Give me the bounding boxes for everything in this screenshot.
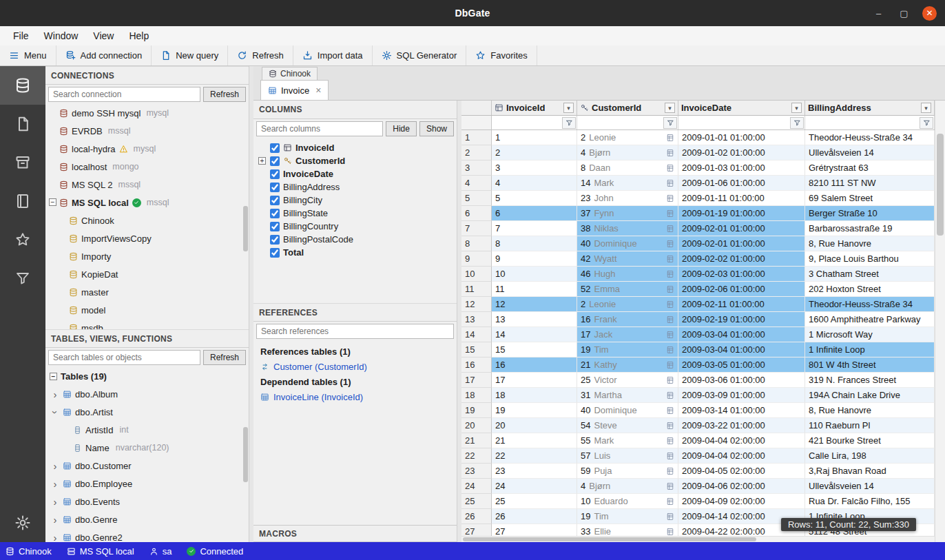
open-reference-icon[interactable] [666,149,674,157]
expand-box-icon[interactable]: + [258,157,266,165]
table-dbo-events[interactable]: ›dbo.Events [45,492,249,510]
references-search-input[interactable] [256,324,454,339]
table-dbo-genre2[interactable]: ›dbo.Genre2 [45,528,249,542]
chevron-icon[interactable]: › [51,497,59,507]
column-menu-chevron-icon[interactable]: ▾ [665,103,675,113]
connection-evrdb[interactable]: EVRDBmssql [45,122,249,140]
open-reference-icon[interactable] [666,225,674,233]
cell-customerid[interactable]: 23John [577,191,678,206]
column-menu-chevron-icon[interactable]: ▾ [921,103,931,113]
column-artistid[interactable]: ArtistIdint [45,421,249,439]
cell-customerid[interactable]: 19Tim [577,509,678,524]
cell-customerid[interactable]: 17Jack [577,327,678,342]
cell-invoicedate[interactable]: 2009-01-11 01:00:00 [678,191,805,206]
chevron-icon[interactable]: › [51,515,59,525]
cell-customerid[interactable]: 14Mark [577,176,678,191]
cell-customerid[interactable]: 25Victor [577,373,678,388]
column-checkbox-billingstate[interactable] [270,209,280,218]
row-number-header[interactable] [461,101,492,115]
column-name[interactable]: Namenvarchar(120) [45,439,249,457]
open-reference-icon[interactable] [666,164,674,172]
open-reference-icon[interactable] [666,482,674,490]
cell-invoiceid[interactable]: 25 [492,494,577,509]
iconbar-gear-icon[interactable] [0,504,45,542]
cell-customerid[interactable]: 52Emma [577,282,678,297]
scrollbar-thumb[interactable] [937,134,944,236]
columns-search-input[interactable] [256,121,383,136]
cell-customerid[interactable]: 4Bjørn [577,145,678,160]
cell-billingaddress[interactable]: Theodor-Heuss-Straße 34 [805,297,935,312]
open-reference-icon[interactable] [666,422,674,430]
open-reference-icon[interactable] [666,194,674,203]
chevron-icon[interactable]: › [51,479,59,489]
row-number-16[interactable]: 16 [461,357,492,373]
open-reference-icon[interactable] [666,376,674,384]
tables-refresh-button[interactable]: Refresh [203,350,246,365]
cell-invoiceid[interactable]: 4 [492,176,577,191]
reference-link-customer-customerid[interactable]: Customer (CustomerId) [260,359,450,374]
row-number-11[interactable]: 11 [461,282,492,297]
cell-customerid[interactable]: 40Dominique [577,403,678,418]
tab-invoice[interactable]: Invoice × [260,80,329,100]
column-menu-chevron-icon[interactable]: ▾ [563,103,574,113]
cell-customerid[interactable]: 37Fynn [577,206,678,221]
cell-invoiceid[interactable]: 13 [492,312,577,327]
cell-customerid[interactable]: 21Kathy [577,357,678,373]
close-button[interactable]: ✕ [922,6,937,21]
cell-invoicedate[interactable]: 2009-03-09 01:00:00 [678,388,805,403]
column-checkbox-invoiceid[interactable] [270,143,280,153]
column-item-invoiceid[interactable]: InvoiceId [258,141,457,154]
column-header-billingaddress[interactable]: BillingAddress▾ [805,101,935,115]
cell-invoiceid[interactable]: 21 [492,433,577,448]
cell-invoiceid[interactable]: 22 [492,448,577,464]
chevron-icon[interactable]: › [50,408,61,416]
row-number-22[interactable]: 22 [461,448,492,464]
cell-billingaddress[interactable]: Ullevålsveien 14 [805,479,935,494]
cell-invoicedate[interactable]: 2009-02-06 01:00:00 [678,282,805,297]
cell-billingaddress[interactable]: Calle Lira, 198 [805,448,935,464]
cell-customerid[interactable]: 42Wyatt [577,251,678,267]
cell-invoicedate[interactable]: 2009-03-22 01:00:00 [678,418,805,433]
cell-invoicedate[interactable]: 2009-01-19 01:00:00 [678,206,805,221]
cell-invoicedate[interactable]: 2009-03-04 01:00:00 [678,342,805,357]
row-number-17[interactable]: 17 [461,373,492,388]
cell-billingaddress[interactable]: 194A Chain Lake Drive [805,388,935,403]
column-checkbox-billingaddress[interactable] [270,183,280,192]
open-reference-icon[interactable] [666,512,674,521]
cell-invoiceid[interactable]: 2 [492,145,577,160]
filter-funnel-icon[interactable] [562,117,576,129]
open-reference-icon[interactable] [666,528,674,536]
row-number-5[interactable]: 5 [461,191,492,206]
cell-invoiceid[interactable]: 8 [492,236,577,251]
iconbar-book-icon[interactable] [0,182,45,220]
cell-invoicedate[interactable]: 2009-04-04 02:00:00 [678,448,805,464]
cell-customerid[interactable]: 59Puja [577,464,678,479]
menu-file[interactable]: File [6,28,37,44]
database-importy[interactable]: Importy [45,247,249,265]
iconbar-star-icon[interactable] [0,220,45,259]
table-dbo-genre[interactable]: ›dbo.Genre [45,510,249,528]
columns-hide-button[interactable]: Hide [386,121,417,136]
columns-panel-header[interactable]: COLUMNS [253,101,457,119]
column-checkbox-billingpostalcode[interactable] [270,235,280,245]
cell-invoiceid[interactable]: 3 [492,160,577,176]
cell-invoiceid[interactable]: 6 [492,206,577,221]
reference-link-invoiceline-invoiceid[interactable]: InvoiceLine (InvoiceId) [260,389,450,404]
cell-billingaddress[interactable]: 3,Raj Bhavan Road [805,464,935,479]
row-number-26[interactable]: 26 [461,509,492,524]
connection-demo-ssh-mysql[interactable]: demo SSH mysqlmysql [45,104,249,122]
cell-billingaddress[interactable]: 3 Chatham Street [805,267,935,282]
statusbar-chinook[interactable]: Chinook [6,546,52,557]
table-dbo-album[interactable]: ›dbo.Album [45,385,249,403]
cell-invoicedate[interactable]: 2009-04-06 02:00:00 [678,479,805,494]
tables-search-input[interactable] [48,350,200,365]
row-number-25[interactable]: 25 [461,494,492,509]
open-reference-icon[interactable] [666,270,674,278]
open-reference-icon[interactable] [666,467,674,475]
tab-close-icon[interactable]: × [315,85,321,96]
cell-invoiceid[interactable]: 9 [492,251,577,267]
column-item-total[interactable]: Total [258,246,457,259]
connection-ms-sql-2[interactable]: MS SQL 2mssql [45,176,249,194]
filter-input-invoicedate[interactable] [678,118,789,127]
cell-customerid[interactable]: 31Martha [577,388,678,403]
